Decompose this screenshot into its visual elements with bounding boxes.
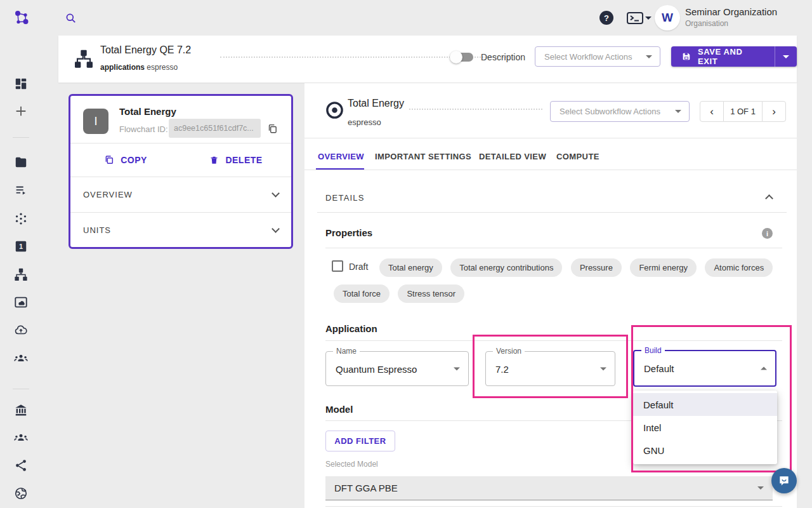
workflow-category: applications xyxy=(100,63,145,72)
save-split-button: SAVE AND EXIT xyxy=(671,46,797,67)
save-button-label: SAVE AND EXIT xyxy=(698,47,764,66)
save-and-exit-button[interactable]: SAVE AND EXIT xyxy=(671,46,775,67)
dotted-divider xyxy=(409,109,542,110)
bank-card-icon[interactable]: 1 xyxy=(14,239,28,253)
menu-option-gnu[interactable]: GNU xyxy=(633,439,777,462)
console-icon[interactable] xyxy=(627,12,643,24)
chat-button[interactable] xyxy=(771,468,797,493)
tab-detailed-view[interactable]: DETAILED VIEW xyxy=(479,152,546,161)
property-chip[interactable]: Total energy xyxy=(379,258,442,277)
pagination-prev-button[interactable]: ‹ xyxy=(700,101,724,122)
accordion-units[interactable]: UNITS xyxy=(70,213,291,247)
help-icon[interactable]: ? xyxy=(599,11,613,25)
delete-button[interactable]: DELETE xyxy=(181,144,291,177)
name-select[interactable]: Name Quantum Espresso xyxy=(325,351,469,386)
chevron-down-icon xyxy=(454,367,460,370)
workflow-title: Total Energy QE 7.2 xyxy=(100,44,191,56)
pagination-label: 1 OF 1 xyxy=(724,101,762,122)
property-chip[interactable]: Stress tensor xyxy=(398,284,464,303)
tab-important-settings[interactable]: IMPORTANT SETTINGS xyxy=(375,152,471,161)
unit-badge[interactable]: I xyxy=(83,109,108,134)
chevron-down-icon xyxy=(783,55,789,58)
add-icon[interactable] xyxy=(14,104,28,118)
divider xyxy=(304,170,797,170)
workflow-actions-label: Select Workflow Actions xyxy=(544,52,632,62)
console-caret-icon[interactable] xyxy=(645,17,652,20)
chevron-down-icon xyxy=(272,189,280,197)
property-chip[interactable]: Pressure xyxy=(571,258,622,277)
workflows-icon[interactable] xyxy=(14,267,28,281)
tab-overview[interactable]: OVERVIEW xyxy=(318,152,364,161)
build-select[interactable]: Build Default xyxy=(633,350,776,387)
selected-model-value: DFT GGA PBE xyxy=(334,483,398,493)
model-heading: Model xyxy=(325,404,353,415)
copy-button-label: COPY xyxy=(121,155,147,165)
divider xyxy=(325,340,782,341)
chat-bubble-icon xyxy=(778,474,790,487)
organization-icon[interactable] xyxy=(14,403,28,417)
version-select[interactable]: Version 7.2 xyxy=(485,351,615,386)
account-info[interactable]: Seminar Organization Organisation xyxy=(685,6,777,28)
subworkflow-actions-select[interactable]: Select Subworkflow Actions xyxy=(550,101,690,122)
chevron-down-icon xyxy=(646,55,652,58)
share-icon[interactable] xyxy=(14,458,28,472)
sidebar-divider xyxy=(13,389,29,389)
selected-model-select[interactable]: DFT GGA PBE xyxy=(325,476,773,500)
divider xyxy=(317,212,787,213)
version-select-value: 7.2 xyxy=(495,363,509,374)
cloud-upload-icon[interactable] xyxy=(14,323,28,337)
subworkflow-application: espresso xyxy=(348,117,381,127)
copy-id-icon[interactable] xyxy=(267,123,278,135)
folder-icon[interactable] xyxy=(14,156,28,170)
draft-checkbox[interactable] xyxy=(332,260,343,272)
pagination-next-button[interactable]: › xyxy=(762,101,786,122)
workflow-actions-select[interactable]: Select Workflow Actions xyxy=(535,46,660,67)
menu-option-default[interactable]: Default xyxy=(633,393,777,416)
divider xyxy=(325,506,782,507)
users-icon[interactable] xyxy=(14,431,28,444)
app-logo-icon[interactable] xyxy=(13,9,30,27)
property-chip[interactable]: Fermi energy xyxy=(630,258,697,277)
materials-icon[interactable] xyxy=(14,211,28,225)
property-chip[interactable]: Total energy contributions xyxy=(450,258,562,277)
info-icon[interactable]: i xyxy=(762,228,773,239)
version-select-label: Version xyxy=(493,347,525,356)
accordion-overview[interactable]: OVERVIEW xyxy=(70,177,291,212)
subworkflow-actions-label: Select Subworkflow Actions xyxy=(560,107,660,116)
accordion-overview-label: OVERVIEW xyxy=(83,190,133,199)
build-options-menu: Default Intel GNU xyxy=(633,391,777,464)
sidebar-divider xyxy=(13,137,29,138)
cloud-storage-icon[interactable] xyxy=(14,295,28,309)
add-filter-button[interactable]: ADD FILTER xyxy=(325,431,395,451)
divider xyxy=(325,248,782,248)
unit-title: Total Energy xyxy=(119,106,176,117)
workflow-subtitle: applications espresso xyxy=(100,63,178,72)
flowchart-id-label: Flowchart ID: xyxy=(119,124,168,134)
copy-button[interactable]: COPY xyxy=(70,144,181,177)
property-chips-row2: Total force Stress tensor xyxy=(334,284,470,303)
dashboard-icon[interactable] xyxy=(14,77,28,91)
property-chip[interactable]: Total force xyxy=(334,284,390,303)
globe-icon[interactable] xyxy=(14,486,28,500)
search-icon[interactable] xyxy=(65,12,77,24)
save-icon xyxy=(681,51,691,62)
unit-actions-row: COPY DELETE xyxy=(70,144,291,177)
description-toggle[interactable] xyxy=(452,53,473,62)
team-icon[interactable] xyxy=(14,351,28,365)
chevron-down-icon xyxy=(757,486,764,490)
flowchart-id-input[interactable] xyxy=(169,119,261,138)
name-select-label: Name xyxy=(333,347,360,356)
avatar[interactable]: W xyxy=(655,5,680,30)
pagination: ‹ 1 OF 1 › xyxy=(700,101,786,122)
workflow-header: Total Energy QE 7.2 applications espress… xyxy=(58,36,797,83)
build-select-value: Default xyxy=(644,363,674,374)
save-dropdown-button[interactable] xyxy=(775,46,797,67)
chevron-up-icon xyxy=(761,367,767,370)
jobs-icon[interactable] xyxy=(14,184,28,197)
property-chip[interactable]: Atomic forces xyxy=(705,258,773,277)
accordion-units-label: UNITS xyxy=(83,225,111,235)
build-select-label: Build xyxy=(641,346,665,355)
menu-option-intel[interactable]: Intel xyxy=(633,416,777,439)
application-heading: Application xyxy=(325,323,377,334)
tab-compute[interactable]: COMPUTE xyxy=(556,152,599,161)
